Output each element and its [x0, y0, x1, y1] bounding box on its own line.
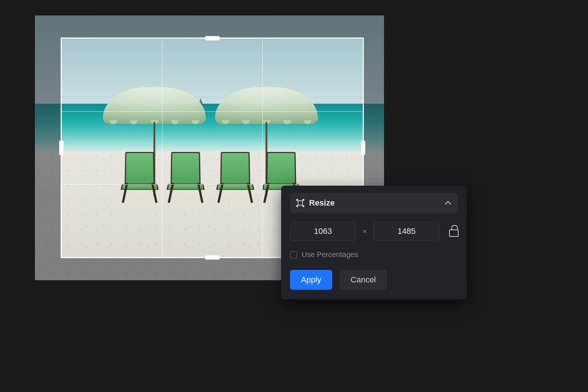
resize-dimensions-row: ×: [290, 222, 458, 241]
crop-gridline: [62, 111, 363, 112]
use-percentages-label: Use Percentages: [302, 250, 358, 259]
unlock-aspect-icon[interactable]: [448, 227, 458, 236]
crop-mask: [35, 38, 61, 258]
resize-actions: Apply Cancel: [290, 270, 458, 290]
crop-handle-left[interactable]: [59, 140, 64, 155]
use-percentages-row[interactable]: Use Percentages: [290, 250, 458, 259]
use-percentages-checkbox[interactable]: [290, 251, 297, 259]
resize-panel-title: Resize: [309, 198, 335, 208]
width-input[interactable]: [290, 222, 356, 241]
resize-icon: [297, 199, 304, 207]
resize-panel: Resize × Use Percentages Apply Cancel: [281, 186, 467, 299]
crop-handle-top[interactable]: [205, 36, 220, 40]
apply-button[interactable]: Apply: [290, 270, 332, 290]
resize-panel-header[interactable]: Resize: [290, 193, 458, 213]
chevron-up-icon[interactable]: [445, 200, 451, 206]
height-input[interactable]: [373, 222, 440, 241]
crop-mask: [35, 15, 384, 38]
crop-gridline: [262, 39, 263, 257]
dimension-separator: ×: [363, 227, 367, 236]
crop-gridline: [62, 184, 363, 185]
crop-handle-right[interactable]: [361, 140, 365, 155]
cancel-button[interactable]: Cancel: [340, 270, 387, 290]
crop-handle-bottom[interactable]: [205, 255, 220, 260]
